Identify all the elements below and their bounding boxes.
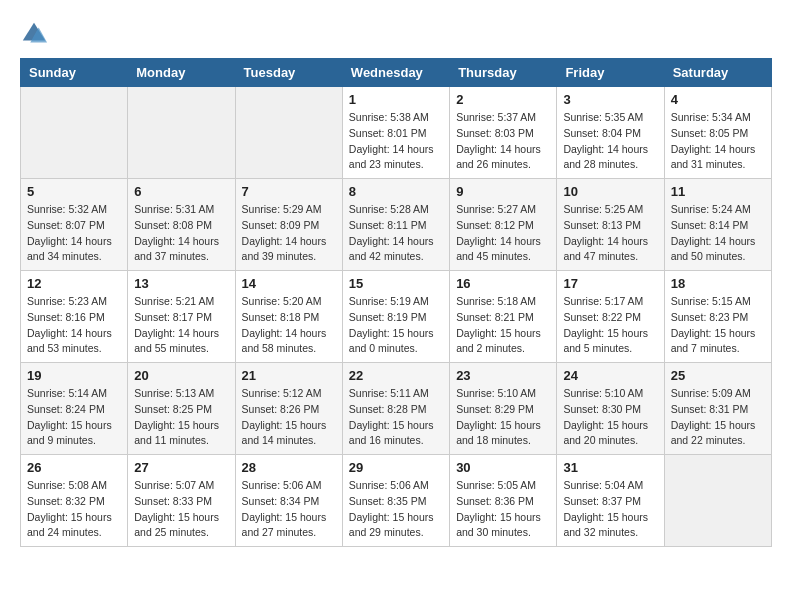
day-info: Sunrise: 5:13 AM Sunset: 8:25 PM Dayligh… <box>134 386 228 449</box>
day-info: Sunrise: 5:17 AM Sunset: 8:22 PM Dayligh… <box>563 294 657 357</box>
day-info: Sunrise: 5:37 AM Sunset: 8:03 PM Dayligh… <box>456 110 550 173</box>
day-number: 24 <box>563 368 657 383</box>
logo <box>20 20 52 48</box>
day-info: Sunrise: 5:09 AM Sunset: 8:31 PM Dayligh… <box>671 386 765 449</box>
day-number: 8 <box>349 184 443 199</box>
day-number: 6 <box>134 184 228 199</box>
day-info: Sunrise: 5:25 AM Sunset: 8:13 PM Dayligh… <box>563 202 657 265</box>
weekday-header: Saturday <box>664 59 771 87</box>
day-info: Sunrise: 5:08 AM Sunset: 8:32 PM Dayligh… <box>27 478 121 541</box>
calendar-cell: 7Sunrise: 5:29 AM Sunset: 8:09 PM Daylig… <box>235 179 342 271</box>
calendar-cell: 15Sunrise: 5:19 AM Sunset: 8:19 PM Dayli… <box>342 271 449 363</box>
calendar-cell <box>21 87 128 179</box>
day-number: 1 <box>349 92 443 107</box>
day-number: 10 <box>563 184 657 199</box>
day-number: 30 <box>456 460 550 475</box>
day-number: 23 <box>456 368 550 383</box>
day-number: 21 <box>242 368 336 383</box>
day-info: Sunrise: 5:19 AM Sunset: 8:19 PM Dayligh… <box>349 294 443 357</box>
day-number: 26 <box>27 460 121 475</box>
day-info: Sunrise: 5:04 AM Sunset: 8:37 PM Dayligh… <box>563 478 657 541</box>
weekday-header: Sunday <box>21 59 128 87</box>
day-number: 31 <box>563 460 657 475</box>
day-number: 14 <box>242 276 336 291</box>
calendar-cell: 28Sunrise: 5:06 AM Sunset: 8:34 PM Dayli… <box>235 455 342 547</box>
day-number: 12 <box>27 276 121 291</box>
day-number: 16 <box>456 276 550 291</box>
day-number: 2 <box>456 92 550 107</box>
calendar-cell: 19Sunrise: 5:14 AM Sunset: 8:24 PM Dayli… <box>21 363 128 455</box>
calendar-cell <box>235 87 342 179</box>
calendar-cell: 3Sunrise: 5:35 AM Sunset: 8:04 PM Daylig… <box>557 87 664 179</box>
calendar-cell: 6Sunrise: 5:31 AM Sunset: 8:08 PM Daylig… <box>128 179 235 271</box>
page-header <box>20 20 772 48</box>
day-info: Sunrise: 5:32 AM Sunset: 8:07 PM Dayligh… <box>27 202 121 265</box>
calendar-cell: 16Sunrise: 5:18 AM Sunset: 8:21 PM Dayli… <box>450 271 557 363</box>
day-number: 28 <box>242 460 336 475</box>
day-number: 7 <box>242 184 336 199</box>
day-number: 3 <box>563 92 657 107</box>
logo-icon <box>20 20 48 48</box>
day-number: 15 <box>349 276 443 291</box>
calendar-cell: 10Sunrise: 5:25 AM Sunset: 8:13 PM Dayli… <box>557 179 664 271</box>
day-number: 9 <box>456 184 550 199</box>
calendar-cell: 14Sunrise: 5:20 AM Sunset: 8:18 PM Dayli… <box>235 271 342 363</box>
day-info: Sunrise: 5:20 AM Sunset: 8:18 PM Dayligh… <box>242 294 336 357</box>
day-info: Sunrise: 5:11 AM Sunset: 8:28 PM Dayligh… <box>349 386 443 449</box>
day-number: 20 <box>134 368 228 383</box>
calendar-cell: 24Sunrise: 5:10 AM Sunset: 8:30 PM Dayli… <box>557 363 664 455</box>
calendar-cell: 30Sunrise: 5:05 AM Sunset: 8:36 PM Dayli… <box>450 455 557 547</box>
day-info: Sunrise: 5:24 AM Sunset: 8:14 PM Dayligh… <box>671 202 765 265</box>
calendar-cell: 11Sunrise: 5:24 AM Sunset: 8:14 PM Dayli… <box>664 179 771 271</box>
day-info: Sunrise: 5:06 AM Sunset: 8:35 PM Dayligh… <box>349 478 443 541</box>
day-info: Sunrise: 5:21 AM Sunset: 8:17 PM Dayligh… <box>134 294 228 357</box>
day-number: 4 <box>671 92 765 107</box>
calendar-cell <box>128 87 235 179</box>
day-info: Sunrise: 5:34 AM Sunset: 8:05 PM Dayligh… <box>671 110 765 173</box>
day-number: 22 <box>349 368 443 383</box>
calendar-cell: 31Sunrise: 5:04 AM Sunset: 8:37 PM Dayli… <box>557 455 664 547</box>
day-info: Sunrise: 5:12 AM Sunset: 8:26 PM Dayligh… <box>242 386 336 449</box>
day-number: 27 <box>134 460 228 475</box>
calendar-cell: 20Sunrise: 5:13 AM Sunset: 8:25 PM Dayli… <box>128 363 235 455</box>
weekday-header: Friday <box>557 59 664 87</box>
day-number: 29 <box>349 460 443 475</box>
day-info: Sunrise: 5:10 AM Sunset: 8:29 PM Dayligh… <box>456 386 550 449</box>
weekday-header: Tuesday <box>235 59 342 87</box>
day-number: 25 <box>671 368 765 383</box>
calendar-cell: 4Sunrise: 5:34 AM Sunset: 8:05 PM Daylig… <box>664 87 771 179</box>
calendar-cell: 25Sunrise: 5:09 AM Sunset: 8:31 PM Dayli… <box>664 363 771 455</box>
day-info: Sunrise: 5:18 AM Sunset: 8:21 PM Dayligh… <box>456 294 550 357</box>
day-number: 11 <box>671 184 765 199</box>
day-info: Sunrise: 5:38 AM Sunset: 8:01 PM Dayligh… <box>349 110 443 173</box>
day-number: 17 <box>563 276 657 291</box>
day-info: Sunrise: 5:35 AM Sunset: 8:04 PM Dayligh… <box>563 110 657 173</box>
day-info: Sunrise: 5:15 AM Sunset: 8:23 PM Dayligh… <box>671 294 765 357</box>
day-info: Sunrise: 5:10 AM Sunset: 8:30 PM Dayligh… <box>563 386 657 449</box>
calendar-cell: 21Sunrise: 5:12 AM Sunset: 8:26 PM Dayli… <box>235 363 342 455</box>
day-info: Sunrise: 5:14 AM Sunset: 8:24 PM Dayligh… <box>27 386 121 449</box>
calendar-table: SundayMondayTuesdayWednesdayThursdayFrid… <box>20 58 772 547</box>
calendar-cell: 8Sunrise: 5:28 AM Sunset: 8:11 PM Daylig… <box>342 179 449 271</box>
calendar-cell: 1Sunrise: 5:38 AM Sunset: 8:01 PM Daylig… <box>342 87 449 179</box>
calendar-cell: 17Sunrise: 5:17 AM Sunset: 8:22 PM Dayli… <box>557 271 664 363</box>
calendar-cell: 22Sunrise: 5:11 AM Sunset: 8:28 PM Dayli… <box>342 363 449 455</box>
calendar-cell: 2Sunrise: 5:37 AM Sunset: 8:03 PM Daylig… <box>450 87 557 179</box>
calendar-cell: 26Sunrise: 5:08 AM Sunset: 8:32 PM Dayli… <box>21 455 128 547</box>
day-info: Sunrise: 5:23 AM Sunset: 8:16 PM Dayligh… <box>27 294 121 357</box>
day-info: Sunrise: 5:31 AM Sunset: 8:08 PM Dayligh… <box>134 202 228 265</box>
day-number: 5 <box>27 184 121 199</box>
day-info: Sunrise: 5:27 AM Sunset: 8:12 PM Dayligh… <box>456 202 550 265</box>
day-info: Sunrise: 5:07 AM Sunset: 8:33 PM Dayligh… <box>134 478 228 541</box>
calendar-cell: 13Sunrise: 5:21 AM Sunset: 8:17 PM Dayli… <box>128 271 235 363</box>
day-number: 13 <box>134 276 228 291</box>
day-info: Sunrise: 5:06 AM Sunset: 8:34 PM Dayligh… <box>242 478 336 541</box>
calendar-cell: 9Sunrise: 5:27 AM Sunset: 8:12 PM Daylig… <box>450 179 557 271</box>
calendar-cell: 29Sunrise: 5:06 AM Sunset: 8:35 PM Dayli… <box>342 455 449 547</box>
day-number: 18 <box>671 276 765 291</box>
calendar-cell: 18Sunrise: 5:15 AM Sunset: 8:23 PM Dayli… <box>664 271 771 363</box>
weekday-header: Monday <box>128 59 235 87</box>
day-info: Sunrise: 5:28 AM Sunset: 8:11 PM Dayligh… <box>349 202 443 265</box>
calendar-cell: 5Sunrise: 5:32 AM Sunset: 8:07 PM Daylig… <box>21 179 128 271</box>
weekday-header: Wednesday <box>342 59 449 87</box>
